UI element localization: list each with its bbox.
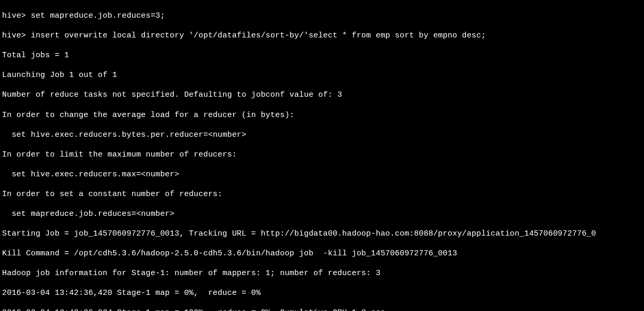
command-line-1: hive> set mapreduce.job.reduces=3; <box>2 11 642 21</box>
command-text: insert overwrite local directory '/opt/d… <box>31 31 486 40</box>
prompt: hive> <box>2 31 26 40</box>
command-line-2: hive> insert overwrite local directory '… <box>2 31 642 41</box>
output-line: set hive.exec.reducers.bytes.per.reducer… <box>2 130 642 140</box>
output-line: Starting Job = job_1457060972776_0013, T… <box>2 229 642 239</box>
output-line: In order to set a constant number of red… <box>2 189 642 199</box>
output-line: In order to change the average load for … <box>2 110 642 120</box>
output-line: In order to limit the maximum number of … <box>2 150 642 160</box>
progress-line: 2016-03-04 13:43:26,924 Stage-1 map = 10… <box>2 308 642 311</box>
command-text: set mapreduce.job.reduces=3; <box>31 11 165 20</box>
output-line: set hive.exec.reducers.max=<number> <box>2 170 642 179</box>
prompt: hive> <box>2 11 26 20</box>
output-line: set mapreduce.job.reduces=<number> <box>2 209 642 219</box>
output-line: Number of reduce tasks not specified. De… <box>2 90 642 100</box>
output-line: Kill Command = /opt/cdh5.3.6/hadoop-2.5.… <box>2 249 642 258</box>
progress-line: 2016-03-04 13:42:36,420 Stage-1 map = 0%… <box>2 288 642 298</box>
terminal-window[interactable]: hive> set mapreduce.job.reduces=3; hive>… <box>0 0 644 311</box>
output-line: Launching Job 1 out of 1 <box>2 70 642 80</box>
output-line: Hadoop job information for Stage-1: numb… <box>2 268 642 278</box>
output-line: Total jobs = 1 <box>2 50 642 60</box>
